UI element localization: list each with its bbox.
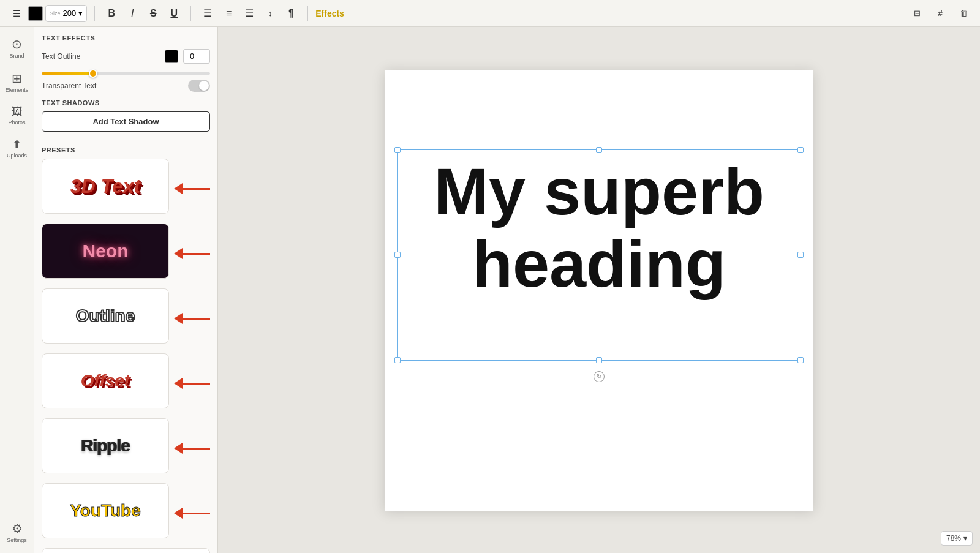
outline-slider-thumb[interactable] [89,69,97,78]
arrow-tip-neon [174,248,183,259]
arrow-shaft-3d [183,188,210,190]
preset-row-shadow: Shadow [42,548,210,553]
preset-offset-text: Offset [81,371,130,391]
sep1 [94,6,95,21]
arrow-tip-youtube [174,508,183,519]
handle-bottom-right[interactable] [797,357,804,363]
zoom-indicator[interactable]: 78% ▾ [941,531,973,546]
preset-card-outline[interactable]: Outline [42,288,169,344]
preset-arrow-3d [174,183,210,194]
canvas-text-line1: My superb [409,156,789,228]
sidebar-item-elements[interactable]: ⊞ Elements [2,66,32,98]
delete-button[interactable]: 🗑 [954,4,973,23]
preset-3d-text: 3D Text [70,175,140,198]
preset-outline-text: Outline [76,306,135,326]
preset-card-shadow[interactable]: Shadow [42,548,210,553]
arrow-shaft-offset [183,383,210,385]
preset-row-neon: Neon [42,224,210,284]
outline-value-input[interactable] [183,49,210,64]
preset-ripple-text: Ripple [81,436,130,456]
canvas-text[interactable]: My superb heading [397,149,801,307]
photos-icon: 🖼 [12,105,23,118]
outline-slider-container[interactable] [42,70,210,80]
bold-button[interactable]: B [102,4,121,23]
arrow-shaft-neon [183,253,210,255]
sidebar-settings-label: Settings [7,537,27,543]
text-color-swatch[interactable] [28,6,43,21]
zoom-chevron-icon: ▾ [963,534,967,543]
align-center-icon: ≡ [226,8,231,19]
preset-arrow-offset [174,378,210,389]
arrow-shaft-ripple [183,448,210,450]
outline-slider-track [42,72,210,75]
toggle-knob [199,81,209,91]
arrow-tip-ripple [174,443,183,454]
text-outline-label: Text Outline [42,52,160,61]
underline-button[interactable]: U [165,4,183,23]
strikethrough-button[interactable]: S [144,4,162,23]
alignment-group: ☰ ≡ ☰ ↕ ¶ [198,4,300,23]
preset-card-3d[interactable]: 3D Text [42,159,169,214]
arrow-shaft-outline [183,318,210,320]
canvas-area[interactable]: ↻ My superb heading 78% ▾ [218,27,980,553]
preset-card-offset[interactable]: Offset [42,353,169,408]
add-shadow-button[interactable]: Add Text Shadow [42,111,210,132]
elements-icon: ⊞ [12,71,22,86]
paragraph-button[interactable]: ¶ [282,4,300,23]
paragraph-icon: ¶ [288,8,294,19]
icon-sidebar: ⊙ Brand ⊞ Elements 🖼 Photos ⬆ Uploads ⚙ … [0,27,34,553]
transparent-toggle[interactable] [188,80,210,92]
uploads-icon: ⬆ [12,138,21,151]
grid-icon: # [938,9,942,18]
sidebar-item-settings[interactable]: ⚙ Settings [2,516,32,548]
preset-arrow-youtube [174,508,210,519]
preset-arrow-ripple [174,443,210,454]
canvas-text-line2: heading [409,228,789,301]
align-right-icon: ☰ [245,7,254,19]
handle-bottom-left[interactable] [394,357,401,363]
panel-title: TEXT EFFECTS [42,34,210,42]
distribute-button[interactable]: ⊟ [908,4,926,23]
align-right-button[interactable]: ☰ [240,4,258,23]
align-left-button[interactable]: ☰ [198,4,217,23]
distribute-icon: ⊟ [914,9,921,18]
preset-row-ripple: Ripple [42,418,210,478]
transparent-text-row: Transparent Text [42,80,210,92]
grid-button[interactable]: # [931,4,949,23]
toolbar-text-align-group: ☰ Size 200 ▾ [7,4,87,23]
transparent-text-label: Transparent Text [42,81,183,90]
handle-bottom-center[interactable] [596,357,602,363]
preset-row-outline: Outline [42,288,210,348]
sidebar-uploads-label: Uploads [7,152,27,159]
size-value: 200 [63,9,77,18]
line-height-icon: ↕ [268,9,273,18]
text-format-group: B I S U [102,4,183,23]
size-label: Size [50,10,61,17]
shadows-section-label: TEXT SHADOWS [42,99,210,107]
sidebar-item-brand[interactable]: ⊙ Brand [2,32,32,64]
arrow-tip-3d [174,183,183,194]
menu-icon: ☰ [13,9,21,18]
sidebar-item-uploads[interactable]: ⬆ Uploads [2,133,32,164]
preset-row-youtube: YouTube [42,483,210,543]
preset-card-youtube[interactable]: YouTube [42,483,169,538]
italic-button[interactable]: I [123,4,141,23]
preset-youtube-text: YouTube [70,501,141,521]
line-height-button[interactable]: ↕ [261,4,279,23]
align-center-button[interactable]: ≡ [219,4,238,23]
sidebar-item-photos[interactable]: 🖼 Photos [2,100,32,130]
preset-card-ripple[interactable]: Ripple [42,418,169,473]
right-toolbar: ⊟ # 🗑 [908,4,973,23]
preset-neon-text: Neon [83,241,129,261]
presets-section-label: PRESETS [42,146,210,154]
preset-card-neon[interactable]: Neon [42,224,169,279]
settings-icon: ⚙ [12,521,23,536]
outline-color-swatch[interactable] [165,50,178,63]
rotate-handle[interactable]: ↻ [594,371,605,382]
hamburger-btn[interactable]: ☰ [7,4,26,23]
effects-button[interactable]: Effects [315,9,344,18]
sep3 [307,6,308,21]
sidebar-brand-label: Brand [9,53,24,59]
arrow-tip-offset [174,378,183,389]
font-size-select[interactable]: Size 200 ▾ [45,5,87,22]
